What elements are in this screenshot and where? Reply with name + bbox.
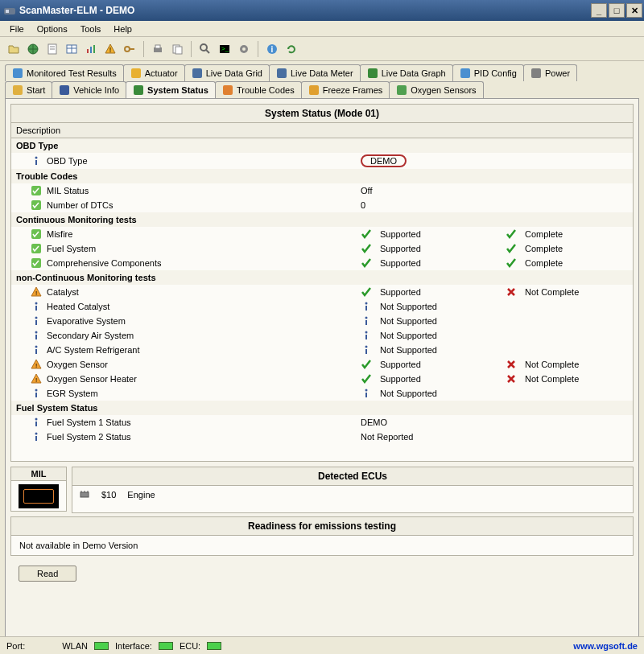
readiness-panel: Readiness for emissions testing Not avai… [10, 516, 634, 556]
svg-rect-36 [134, 85, 143, 95]
tab-row-1: Monitored Test ResultsActuatorLive Data … [5, 64, 639, 81]
row-value-1: Supported [380, 244, 421, 253]
svg-rect-9 [87, 49, 89, 53]
tab-actuator[interactable]: Actuator [123, 64, 185, 81]
svg-rect-41 [35, 160, 37, 165]
status-wlan-label: WLAN [62, 641, 88, 651]
ecu-led-icon [207, 642, 221, 650]
title-bar: ScanMaster-ELM - DEMO _ □ ✕ [0, 0, 644, 21]
maximize-button[interactable]: □ [609, 3, 625, 18]
svg-point-40 [35, 157, 38, 159]
tab-label: Actuator [145, 68, 178, 78]
tool-terminal-icon[interactable]: >_ [216, 40, 233, 58]
info-icon [361, 344, 372, 356]
read-button[interactable]: Read [19, 566, 76, 582]
status-row: !CatalystSupportedNot Complete [11, 285, 633, 299]
section-header: non-Continuous Monitoring tests [11, 270, 633, 285]
tool-globe-icon[interactable] [24, 40, 42, 58]
status-row: !Oxygen Sensor HeaterSupportedNot Comple… [11, 372, 633, 386]
tab-freeze-frames[interactable]: Freeze Frames [301, 81, 390, 98]
row-value-2: Complete [525, 244, 563, 253]
window-title: ScanMaster-ELM - DEMO [19, 5, 589, 16]
status-row: Comprehensive ComponentsSupportedComplet… [11, 256, 633, 270]
tab-start[interactable]: Start [5, 81, 52, 98]
svg-point-58 [365, 331, 368, 334]
svg-point-66 [35, 389, 38, 392]
tool-refresh-icon[interactable] [283, 40, 300, 58]
row-value-2: Not Complete [525, 287, 579, 297]
freeze-icon [308, 84, 320, 96]
tool-print-icon[interactable] [149, 40, 167, 58]
status-row: Secondary Air SystemNot Supported [11, 328, 633, 343]
tab-label: Freeze Frames [323, 85, 383, 95]
svg-rect-67 [35, 393, 37, 397]
row-value-1: Supported [380, 287, 421, 297]
tool-open-icon[interactable] [5, 40, 23, 58]
tab-power[interactable]: Power [523, 64, 577, 81]
row-label: Catalyst [47, 287, 79, 297]
info-icon [361, 301, 372, 312]
row-value-1: Not Supported [380, 389, 437, 398]
tool-chart-icon[interactable] [82, 40, 100, 58]
tab-vehicle-info[interactable]: Vehicle Info [52, 81, 126, 98]
check-icon [361, 373, 372, 385]
green-icon [31, 185, 42, 196]
row-value-2: Not Complete [525, 360, 579, 369]
svg-text:i: i [271, 45, 274, 54]
minimize-button[interactable]: _ [591, 3, 607, 18]
status-ecu-label: ECU: [180, 641, 200, 651]
svg-point-50 [365, 302, 368, 305]
o2-icon [396, 84, 407, 96]
row-label: Oxygen Sensor [47, 360, 108, 369]
row-value-1: Supported [380, 229, 421, 239]
row-label: Heated Catalyst [47, 302, 109, 311]
warn-icon: ! [31, 359, 42, 370]
green-icon [31, 243, 42, 254]
tab-trouble-codes[interactable]: Trouble Codes [215, 81, 302, 98]
tab-pid-config[interactable]: PID Config [452, 64, 524, 81]
svg-rect-11 [93, 45, 95, 53]
status-row: OBD TypeDEMO [11, 153, 633, 169]
tab-label: Oxygen Sensors [411, 85, 476, 95]
tab-monitored-test-results[interactable]: Monitored Test Results [5, 64, 124, 81]
section-header: Continuous Monitoring tests [11, 212, 633, 227]
tab-oxygen-sensors[interactable]: Oxygen Sensors [389, 81, 483, 98]
tool-search-icon[interactable] [196, 40, 214, 58]
svg-rect-74 [80, 492, 89, 497]
tool-copy-icon[interactable] [168, 40, 186, 58]
tab-live-data-graph[interactable]: Live Data Graph [360, 64, 453, 81]
tool-doc-icon[interactable] [43, 40, 61, 58]
menu-options[interactable]: Options [31, 23, 74, 35]
menu-tools[interactable]: Tools [74, 23, 108, 35]
info-icon [31, 155, 42, 167]
toolbar-separator [143, 41, 144, 57]
svg-rect-39 [397, 85, 407, 95]
sun-icon [130, 68, 142, 79]
status-row: Fuel System 2 StatusNot Reported [11, 430, 633, 444]
doc-icon [460, 68, 471, 79]
tool-gear-icon[interactable] [235, 40, 253, 58]
status-interface-label: Interface: [115, 641, 152, 651]
svg-rect-37 [223, 85, 233, 95]
tab-live-data-grid[interactable]: Live Data Grid [184, 64, 270, 81]
tab-live-data-meter[interactable]: Live Data Meter [269, 64, 361, 81]
tab-system-status[interactable]: System Status [126, 81, 216, 98]
tool-table-icon[interactable] [63, 40, 80, 58]
tab-label: Live Data Meter [291, 68, 353, 78]
menu-help[interactable]: Help [107, 23, 138, 35]
svg-rect-55 [365, 320, 367, 325]
ecu-row: $10Engine [79, 489, 626, 500]
close-button[interactable]: ✕ [626, 3, 642, 18]
tool-warn-icon[interactable]: ! [101, 40, 119, 58]
mil-engine-icon [19, 484, 59, 508]
menu-file[interactable]: File [3, 23, 31, 35]
status-grid: OBD TypeOBD TypeDEMOTrouble CodesMIL Sta… [11, 138, 633, 444]
tool-key-icon[interactable] [121, 40, 138, 58]
mil-label: MIL [11, 467, 66, 481]
vendor-link[interactable]: www.wgsoft.de [573, 641, 638, 651]
panel-title: System Status (Mode 01) [11, 105, 633, 123]
svg-point-19 [200, 44, 207, 51]
row-value-2: Not Complete [525, 374, 579, 384]
tool-info-icon[interactable]: i [263, 40, 281, 58]
status-row: Fuel System 1 StatusDEMO [11, 415, 633, 430]
